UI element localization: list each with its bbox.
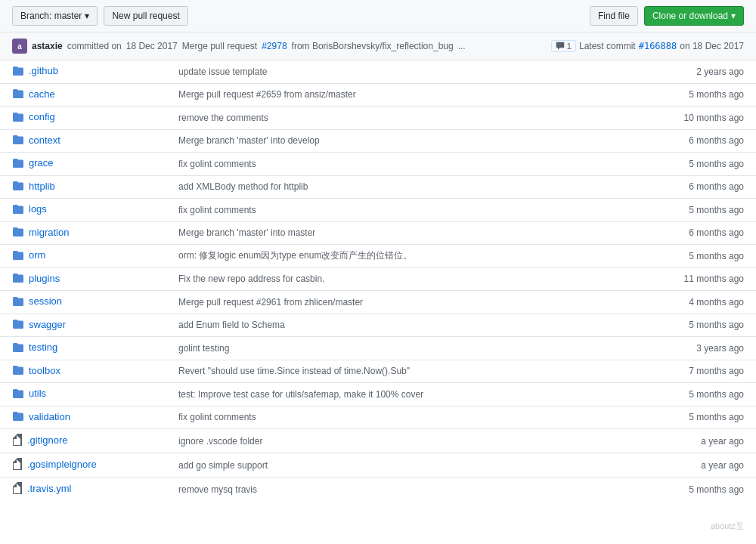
commit-author-link[interactable]: astaxie [32,41,63,51]
file-link[interactable]: .gitignore [12,434,67,446]
pr-link[interactable]: #2978 [262,41,287,51]
comment-bubble[interactable]: 1 [551,40,576,52]
file-name-cell: config [0,107,166,130]
table-row: utils test: Improve test case for utils/… [0,383,756,406]
file-link[interactable]: cache [12,88,55,100]
commit-message-cell: add XMLBody method for httplib [166,175,665,199]
commit-time-cell: 2 years ago [665,60,756,83]
commit-message-cell: ignore .vscode folder [166,429,665,453]
commit-message-cell: fix golint comments [166,153,665,176]
table-row: plugins Fix the new repo address for cas… [0,267,756,291]
folder-icon [12,411,24,422]
new-pull-request-button[interactable]: New pull request [104,6,187,26]
file-name-cell: .gosimpleignore [0,453,166,478]
clone-or-download-button[interactable]: Clone or download ▾ [644,6,744,26]
file-link[interactable]: plugins [12,273,60,284]
folder-icon [12,88,24,99]
file-name-cell: plugins [0,267,166,291]
file-name: httplib [29,181,55,192]
avatar: a [12,39,27,54]
file-link[interactable]: grace [12,157,54,168]
file-link[interactable]: validation [12,411,70,422]
commit-time-cell: 5 months ago [665,199,756,222]
file-link[interactable]: .github [12,65,58,76]
file-name: toolbox [29,365,60,376]
table-row: .gosimpleignore add go simple support a … [0,453,756,478]
commit-hash-link[interactable]: #166888 [639,41,677,51]
file-link[interactable]: httplib [12,181,55,192]
file-name: testing [29,342,57,353]
file-link[interactable]: .travis.yml [12,482,72,494]
file-link[interactable]: config [12,111,55,122]
table-row: config remove the comments 10 months ago [0,107,756,130]
comment-icon [556,42,565,51]
commit-time-cell: 6 months ago [665,175,756,199]
file-name: context [29,134,60,146]
commit-message-cell: fix golint comments [166,406,665,429]
commit-time-cell: 5 months ago [665,314,756,337]
commit-time-cell: 11 months ago [665,267,756,291]
file-link[interactable]: testing [12,342,57,353]
pr-text: from BorisBorshevsky/fix_reflection_bug [292,41,454,51]
file-name: orm [29,249,45,261]
file-name-cell: swagger [0,314,166,337]
table-row: orm orm: 修复logic enum因为type enum改变而产生的位错… [0,245,756,268]
commit-time-cell: 4 months ago [665,291,756,314]
folder-icon [12,365,24,376]
commit-message-cell: remove mysq travis [166,478,665,502]
file-name-cell: logs [0,199,166,222]
file-link[interactable]: session [12,295,62,307]
commit-message-cell: Merge branch 'master' into master [166,221,665,245]
commit-message-cell: Merge branch 'master' into develop [166,129,665,153]
comment-area: 1 Latest commit #166888 on 18 Dec 2017 [551,40,744,52]
commit-message-cell: update issue template [166,60,665,83]
file-link[interactable]: logs [12,203,47,215]
file-name: logs [29,203,47,215]
commit-message-cell: add go simple support [166,453,665,478]
file-link[interactable]: swagger [12,319,66,330]
branch-label: Branch: master [20,11,82,21]
file-link[interactable]: toolbox [12,365,60,376]
folder-icon [12,342,24,353]
table-row: testing golint testing 3 years ago [0,337,756,360]
commit-time-cell: a year ago [665,453,756,478]
file-name: plugins [29,273,60,284]
file-name-cell: .github [0,60,166,83]
file-link[interactable]: orm [12,249,45,261]
file-name-cell: utils [0,383,166,406]
commit-message-cell: remove the comments [166,107,665,130]
table-row: context Merge branch 'master' into devel… [0,129,756,153]
file-name: cache [29,88,55,100]
folder-icon [12,296,24,307]
file-table: .github update issue template 2 years ag… [0,60,756,501]
commit-time-cell: 5 months ago [665,153,756,176]
file-link[interactable]: .gosimpleignore [12,458,97,470]
commit-time-cell: 10 months ago [665,107,756,130]
file-name: .gosimpleignore [27,459,97,470]
branch-selector[interactable]: Branch: master ▾ [12,6,98,26]
file-icon [12,482,23,494]
file-icon [12,458,23,470]
commit-time-cell: 5 months ago [665,478,756,502]
commit-message-cell: Fix the new repo address for casbin. [166,267,665,291]
file-name-cell: orm [0,245,166,268]
table-row: toolbox Revert "should use time.Since in… [0,360,756,383]
latest-commit-date: on 18 Dec 2017 [680,41,744,51]
file-link[interactable]: migration [12,227,69,238]
file-name-cell: cache [0,83,166,107]
file-name: validation [29,411,70,422]
commit-message-cell: Revert "should use time.Since instead of… [166,360,665,383]
latest-commit-label: Latest commit [579,41,636,51]
file-name: .travis.yml [27,483,72,494]
comment-count: 1 [567,42,572,51]
commit-date: 18 Dec 2017 [126,41,178,51]
folder-icon [12,227,24,237]
file-link[interactable]: context [12,134,60,146]
file-link[interactable]: utils [12,388,46,399]
commit-message-cell: golint testing [166,337,665,360]
find-file-button[interactable]: Find file [590,6,638,26]
folder-icon [12,66,24,76]
file-name: swagger [29,319,66,330]
file-name-cell: migration [0,221,166,245]
ellipsis-button[interactable]: ... [458,41,466,51]
